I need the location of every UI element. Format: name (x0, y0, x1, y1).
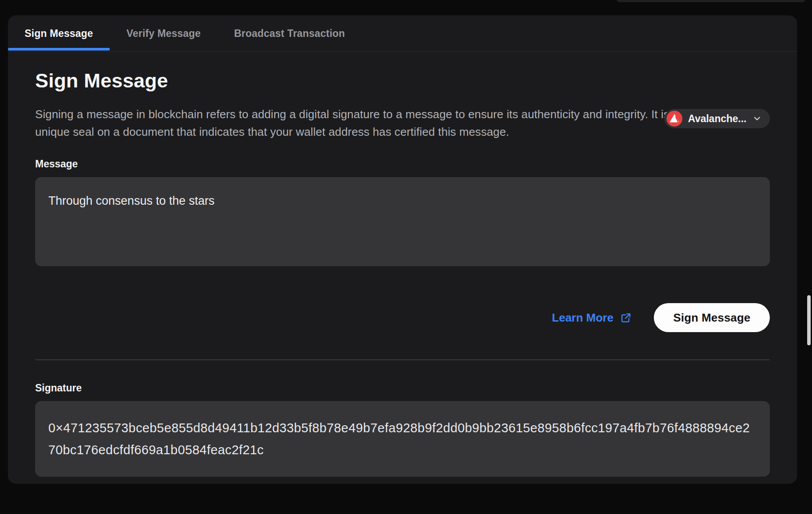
tab-broadcast-transaction[interactable]: Broadcast Transaction (218, 15, 362, 51)
sign-message-button[interactable]: Sign Message (654, 303, 770, 332)
chevron-down-icon (752, 114, 762, 123)
network-selector[interactable]: Avalanche... (664, 109, 770, 128)
message-label: Message (35, 158, 770, 170)
tab-broadcast-transaction-label: Broadcast Transaction (234, 28, 345, 40)
section-divider (35, 359, 770, 360)
message-input[interactable]: Through consensus to the stars (35, 177, 770, 266)
clipped-toolbar-sliver (617, 0, 805, 2)
tab-verify-message[interactable]: Verify Message (110, 15, 218, 51)
tab-sign-message-label: Sign Message (25, 28, 93, 40)
sign-message-card: Sign Message Verify Message Broadcast Tr… (8, 15, 797, 484)
page-description: Signing a message in blockchain refers t… (35, 105, 768, 141)
tab-sign-message[interactable]: Sign Message (8, 15, 110, 51)
signature-output[interactable]: 0×471235573bceb5e855d8d49411b12d33b5f8b7… (35, 401, 770, 477)
actions-row: Learn More Sign Message (35, 303, 770, 332)
page-title: Sign Message (35, 69, 770, 92)
tab-verify-message-label: Verify Message (127, 28, 201, 40)
signature-label: Signature (35, 382, 770, 394)
learn-more-label: Learn More (552, 311, 613, 325)
tab-bar: Sign Message Verify Message Broadcast Tr… (8, 15, 797, 52)
avalanche-logo-icon (667, 111, 682, 127)
learn-more-link[interactable]: Learn More (552, 311, 632, 325)
scrollbar-thumb[interactable] (807, 295, 811, 345)
network-selector-label: Avalanche... (688, 113, 747, 125)
external-link-icon (620, 312, 632, 324)
